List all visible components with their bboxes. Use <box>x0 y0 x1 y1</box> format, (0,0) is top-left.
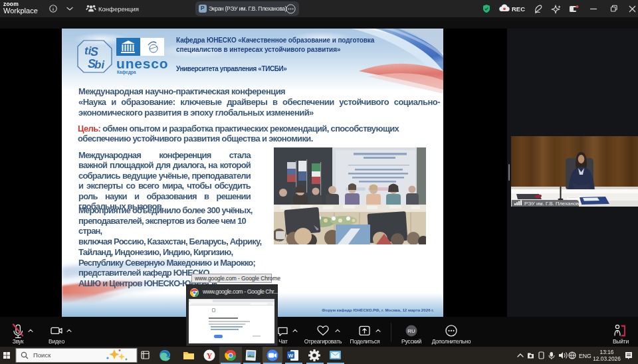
svg-text:Конференция: Конференция <box>98 5 139 13</box>
svg-text:Поиск: Поиск <box>33 351 51 359</box>
svg-text:РЭУ им. Г.В. Плеханова: РЭУ им. Г.В. Плеханова <box>524 201 582 207</box>
svg-text:12.03.2026: 12.03.2026 <box>593 355 621 362</box>
svg-text:W: W <box>288 353 294 359</box>
svg-text:RU: RU <box>407 328 415 334</box>
svg-text:Y: Y <box>207 351 213 361</box>
svg-text:Медиа: Медиа <box>276 240 287 244</box>
svg-text:S: S <box>90 45 98 58</box>
svg-text:REC: REC <box>512 5 525 13</box>
svg-text:ENG: ENG <box>579 353 591 359</box>
svg-text:13:16: 13:16 <box>600 349 614 355</box>
svg-text:bi: bi <box>94 58 105 71</box>
